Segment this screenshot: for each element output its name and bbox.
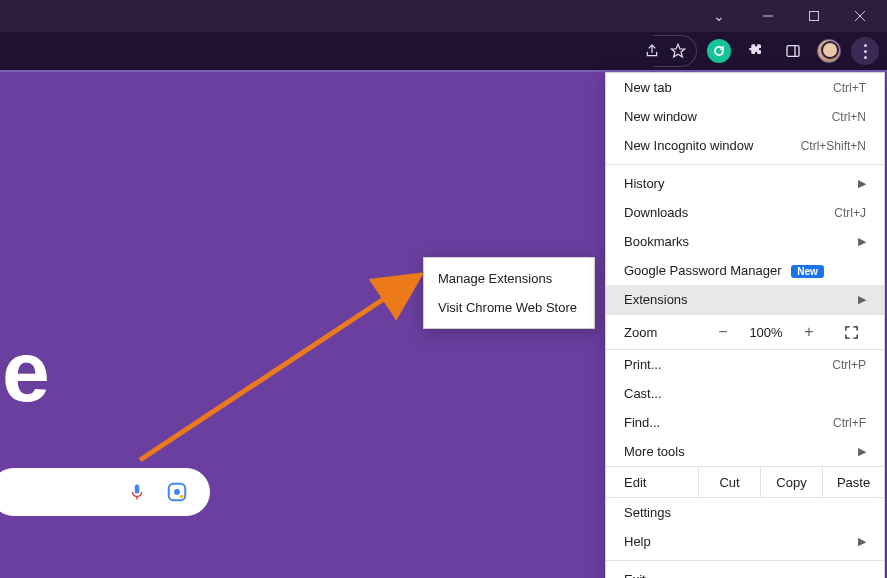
- addressbar-right-cap: [653, 35, 697, 67]
- submenu-visit-web-store[interactable]: Visit Chrome Web Store: [424, 293, 594, 322]
- svg-point-9: [180, 495, 184, 499]
- menu-new-tab[interactable]: New tab Ctrl+T: [606, 73, 884, 102]
- extensions-submenu: Manage Extensions Visit Chrome Web Store: [423, 257, 595, 329]
- menu-item-label: Google Password Manager New: [624, 263, 824, 278]
- edit-cut-button[interactable]: Cut: [698, 467, 760, 497]
- menu-item-label: Downloads: [624, 205, 688, 220]
- menu-item-shortcut: Ctrl+Shift+N: [801, 139, 866, 153]
- menu-item-label: More tools: [624, 444, 685, 459]
- menu-new-window[interactable]: New window Ctrl+N: [606, 102, 884, 131]
- menu-item-label: Extensions: [624, 292, 688, 307]
- zoom-out-button[interactable]: −: [704, 315, 742, 349]
- minimize-button[interactable]: [745, 0, 791, 32]
- menu-item-label: Cast...: [624, 386, 662, 401]
- maximize-button[interactable]: [791, 0, 837, 32]
- google-lens-icon[interactable]: [166, 481, 188, 503]
- menu-item-label: Settings: [624, 505, 671, 520]
- menu-item-label: History: [624, 176, 664, 191]
- submenu-arrow-icon: ▶: [858, 293, 866, 306]
- menu-item-label: Find...: [624, 415, 660, 430]
- submenu-manage-extensions[interactable]: Manage Extensions: [424, 264, 594, 293]
- menu-more-tools[interactable]: More tools ▶: [606, 437, 884, 466]
- menu-item-label: New Incognito window: [624, 138, 753, 153]
- extensions-puzzle-icon[interactable]: [741, 37, 769, 65]
- zoom-value: 100%: [742, 325, 790, 340]
- edit-label: Edit: [606, 467, 698, 497]
- close-button[interactable]: [837, 0, 883, 32]
- menu-edit-row: Edit Cut Copy Paste: [606, 466, 884, 498]
- edit-copy-button[interactable]: Copy: [760, 467, 822, 497]
- edit-paste-button[interactable]: Paste: [822, 467, 884, 497]
- menu-help[interactable]: Help ▶: [606, 527, 884, 556]
- submenu-arrow-icon: ▶: [858, 235, 866, 248]
- google-search-bar[interactable]: [0, 468, 210, 516]
- svg-point-8: [174, 489, 180, 495]
- zoom-in-button[interactable]: +: [790, 315, 828, 349]
- menu-settings[interactable]: Settings: [606, 498, 884, 527]
- svg-rect-5: [787, 46, 799, 57]
- menu-zoom-row: Zoom − 100% +: [606, 314, 884, 350]
- profile-avatar[interactable]: [817, 39, 841, 63]
- menu-item-label: New window: [624, 109, 697, 124]
- menu-print[interactable]: Print... Ctrl+P: [606, 350, 884, 379]
- menu-item-shortcut: Ctrl+P: [832, 358, 866, 372]
- menu-item-shortcut: Ctrl+N: [832, 110, 866, 124]
- menu-password-manager[interactable]: Google Password Manager New: [606, 256, 884, 285]
- chrome-menu-button[interactable]: [851, 37, 879, 65]
- menu-cast[interactable]: Cast...: [606, 379, 884, 408]
- submenu-item-label: Manage Extensions: [438, 271, 552, 286]
- menu-item-shortcut: Ctrl+F: [833, 416, 866, 430]
- titlebar: ⌄: [0, 0, 887, 32]
- browser-toolbar: [0, 32, 887, 72]
- menu-downloads[interactable]: Downloads Ctrl+J: [606, 198, 884, 227]
- menu-extensions[interactable]: Extensions ▶: [606, 285, 884, 314]
- grammarly-extension-icon[interactable]: [707, 39, 731, 63]
- menu-item-label: Print...: [624, 357, 662, 372]
- google-logo-fragment: le: [0, 322, 48, 421]
- side-panel-icon[interactable]: [779, 37, 807, 65]
- three-dots-icon: [864, 44, 867, 59]
- menu-divider: [606, 164, 884, 165]
- share-icon[interactable]: [644, 43, 660, 59]
- submenu-arrow-icon: ▶: [858, 177, 866, 190]
- svg-marker-4: [671, 44, 684, 57]
- menu-bookmarks[interactable]: Bookmarks ▶: [606, 227, 884, 256]
- menu-new-incognito[interactable]: New Incognito window Ctrl+Shift+N: [606, 131, 884, 160]
- submenu-item-label: Visit Chrome Web Store: [438, 300, 577, 315]
- menu-item-shortcut: Ctrl+T: [833, 81, 866, 95]
- voice-search-mic-icon[interactable]: [128, 481, 146, 503]
- menu-find[interactable]: Find... Ctrl+F: [606, 408, 884, 437]
- submenu-arrow-icon: ▶: [858, 445, 866, 458]
- menu-divider: [606, 560, 884, 561]
- menu-item-label: Bookmarks: [624, 234, 689, 249]
- fullscreen-button[interactable]: [832, 325, 870, 340]
- bookmark-star-icon[interactable]: [670, 43, 686, 59]
- menu-history[interactable]: History ▶: [606, 169, 884, 198]
- svg-rect-1: [810, 12, 819, 21]
- submenu-arrow-icon: ▶: [858, 535, 866, 548]
- menu-item-shortcut: Ctrl+J: [834, 206, 866, 220]
- tab-search-chevron-icon[interactable]: ⌄: [713, 8, 725, 24]
- menu-item-label: Exit: [624, 572, 646, 578]
- new-badge: New: [791, 265, 824, 278]
- menu-item-label: New tab: [624, 80, 672, 95]
- menu-exit[interactable]: Exit: [606, 565, 884, 578]
- chrome-main-menu: New tab Ctrl+T New window Ctrl+N New Inc…: [605, 72, 885, 578]
- zoom-label: Zoom: [624, 325, 704, 340]
- menu-item-label: Help: [624, 534, 651, 549]
